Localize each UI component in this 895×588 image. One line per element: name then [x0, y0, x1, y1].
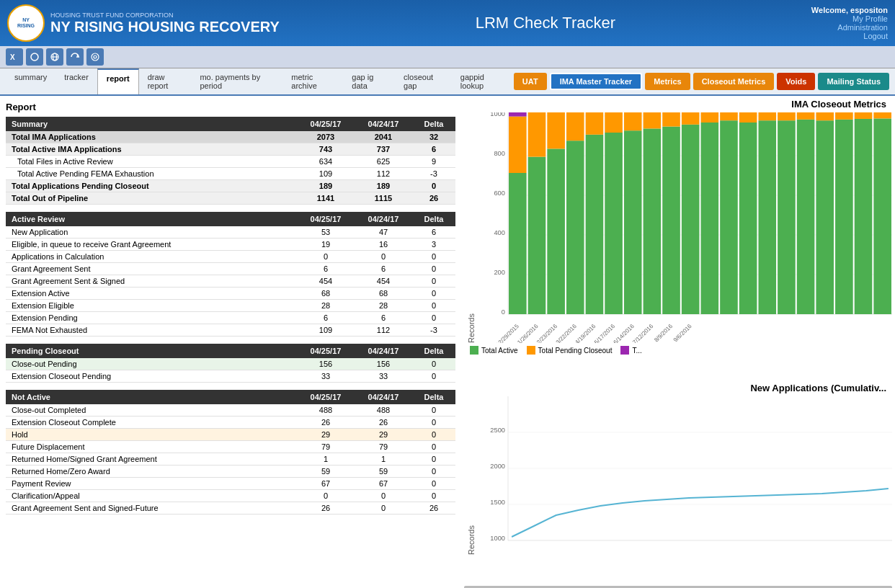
my-profile-link[interactable]: My Profile — [811, 14, 888, 23]
logo-area: NYRISING HOUSING TRUST FUND CORPORATION … — [7, 4, 280, 42]
tab-closeout-gap[interactable]: closeout gap — [395, 68, 452, 94]
metrics-button[interactable]: Metrics — [645, 73, 690, 90]
tab-gappid-lookup[interactable]: gappid lookup — [452, 68, 512, 94]
tab-tracker[interactable]: tracker — [55, 68, 97, 94]
table-row: Grant Agreement Sent660 — [6, 263, 455, 275]
tab-gap-ig-data[interactable]: gap ig data — [343, 68, 395, 94]
svg-text:800: 800 — [494, 150, 505, 157]
row-value1: 189 — [297, 180, 355, 192]
na-col-date2: 04/24/17 — [355, 390, 412, 404]
legend-total-t: T... — [620, 346, 641, 355]
welcome-text: Welcome, espositon — [811, 6, 888, 14]
chart2-title: New Applications (Cumulativ... — [464, 383, 892, 393]
tab-mo-payments[interactable]: mo. payments by period — [191, 68, 282, 94]
tool-icon-2[interactable] — [26, 48, 43, 66]
settings-icon[interactable] — [86, 48, 104, 66]
row-delta: 3 — [412, 239, 455, 251]
row-label: New Application — [6, 226, 297, 239]
tab-summary[interactable]: summary — [6, 68, 55, 94]
closeout-metrics-button[interactable]: Closeout Metrics — [693, 73, 775, 90]
chart2-y-label: Records — [464, 396, 478, 555]
legend-active-box — [470, 346, 478, 355]
pending-closeout-table: Pending Closeout 04/25/17 04/24/17 Delta… — [6, 344, 455, 383]
svg-rect-57 — [682, 112, 700, 125]
table-row: FEMA Not Exhausted109112-3 — [6, 324, 455, 337]
legend-t-label: T... — [632, 347, 641, 355]
nav-tabs: summary tracker report draw report mo. p… — [6, 68, 512, 94]
legend-total-active: Total Active — [470, 346, 518, 355]
chart1-svg: 0 200 400 600 800 1000 12/29/20151/26/20… — [478, 112, 892, 343]
row-value2: 67 — [355, 478, 412, 490]
refresh-icon[interactable] — [66, 48, 84, 66]
table-row: Extension Pending660 — [6, 312, 455, 324]
svg-rect-20 — [509, 173, 527, 314]
ar-col-date1: 04/25/17 — [297, 212, 355, 226]
svg-text:9/6/2016: 9/6/2016 — [672, 323, 693, 343]
uat-button[interactable]: UAT — [514, 73, 547, 90]
tab-draw-report[interactable]: draw report — [139, 68, 192, 94]
globe-icon[interactable] — [46, 48, 63, 66]
row-value2: 737 — [355, 143, 412, 156]
voids-button[interactable]: Voids — [777, 73, 815, 90]
row-label: Returned Home/Signed Grant Agreement — [6, 453, 297, 466]
table-row: Returned Home/Zero Award59590 — [6, 466, 455, 478]
svg-rect-52 — [662, 127, 680, 314]
table-row: Total Active Pending FEMA Exhaustion1091… — [6, 168, 455, 180]
row-label: Grant Agreement Sent & Signed — [6, 275, 297, 288]
row-value2: 16 — [355, 239, 412, 251]
active-review-table: Active Review 04/25/17 04/24/17 Delta Ne… — [6, 212, 455, 337]
row-delta: 0 — [412, 441, 455, 453]
svg-rect-82 — [835, 112, 853, 120]
report-title: Report — [6, 102, 455, 112]
ar-col-date2: 04/24/17 — [355, 212, 412, 226]
row-label: Extension Closeout Pending — [6, 370, 297, 383]
row-delta: 6 — [412, 226, 455, 239]
ima-master-tracker-button[interactable]: IMA Master Tracker — [550, 73, 642, 90]
row-delta: 0 — [412, 312, 455, 324]
table-row: Total Active IMA Applications7437376 — [6, 143, 455, 156]
nav-action-buttons: UAT IMA Master Tracker Metrics Closeout … — [514, 71, 889, 92]
legend-active-label: Total Active — [481, 347, 518, 355]
table-row: Extension Active68680 — [6, 288, 455, 300]
administration-link[interactable]: Administration — [811, 23, 888, 32]
tab-report[interactable]: report — [97, 68, 139, 94]
svg-rect-28 — [547, 148, 565, 314]
svg-rect-85 — [855, 112, 873, 119]
row-delta: 32 — [412, 131, 455, 143]
logout-link[interactable]: Logout — [811, 32, 888, 40]
chart1-y-label: Records — [464, 112, 478, 343]
svg-text:X: X — [10, 53, 15, 61]
row-value2: 189 — [355, 180, 412, 192]
row-value1: 6 — [297, 263, 355, 275]
row-delta: 9 — [412, 156, 455, 168]
svg-rect-33 — [566, 112, 584, 141]
row-value1: 67 — [297, 478, 355, 490]
table-row: Close-out Pending1561560 — [6, 358, 455, 370]
mailing-status-button[interactable]: Mailing Status — [818, 73, 889, 90]
tab-metric-archive[interactable]: metric archive — [282, 68, 343, 94]
chart2-container: New Applications (Cumulativ... Records 1… — [464, 383, 892, 584]
row-label: Extension Pending — [6, 312, 297, 324]
svg-rect-76 — [797, 112, 815, 120]
summary-col-date1: 04/25/17 — [297, 117, 355, 131]
svg-text:200: 200 — [494, 269, 505, 276]
row-delta: 0 — [412, 288, 455, 300]
row-value1: 1 — [297, 453, 355, 466]
svg-rect-24 — [528, 157, 546, 314]
svg-rect-88 — [873, 112, 891, 118]
row-delta: 0 — [412, 251, 455, 263]
ny-rising-label: NY RISING HOUSING RECOVERY — [50, 19, 280, 35]
table-row: Extension Eligible28280 — [6, 300, 455, 312]
row-value2: 454 — [355, 275, 412, 288]
svg-rect-56 — [682, 125, 700, 314]
excel-icon[interactable]: X — [6, 48, 23, 66]
row-label: Grant Agreement Sent and Signed-Future — [6, 502, 297, 514]
table-row: Extension Closeout Pending33330 — [6, 370, 455, 383]
table-row: Applications in Calculation000 — [6, 251, 455, 263]
row-delta: 26 — [412, 502, 455, 514]
row-value2: 625 — [355, 156, 412, 168]
legend-pending-box — [527, 346, 535, 355]
row-value1: 0 — [297, 251, 355, 263]
table-row: Future Displacement79790 — [6, 441, 455, 453]
row-value1: 29 — [297, 429, 355, 441]
